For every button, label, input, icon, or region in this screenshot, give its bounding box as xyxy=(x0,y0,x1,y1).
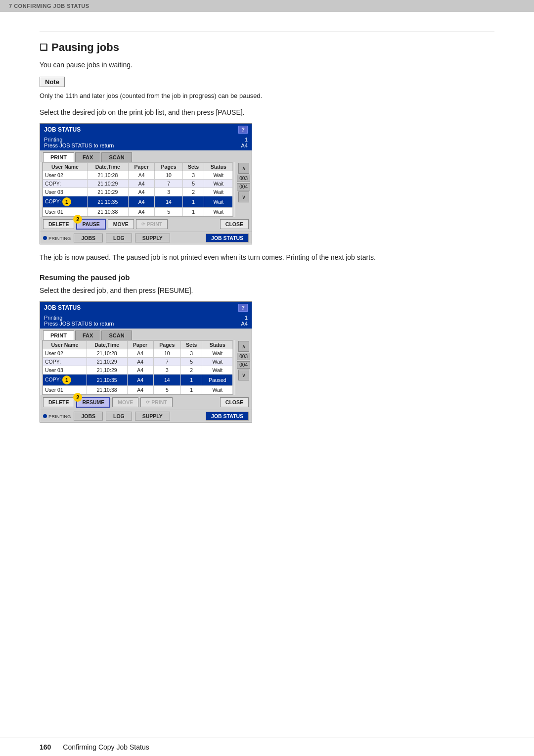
panel1-scroll-up[interactable]: ∧ xyxy=(238,163,249,174)
panel2-help-btn[interactable]: ? xyxy=(238,304,248,312)
panel1-num-004: 004 xyxy=(237,183,250,190)
table-cell: A4 xyxy=(128,196,155,208)
table-row[interactable]: User 0221,10:28A4103Wait xyxy=(43,171,233,180)
top-divider xyxy=(40,32,494,32)
panel1-printing-indicator: PRINTING xyxy=(43,236,71,241)
subsection-title: Resuming the paused job xyxy=(40,273,494,282)
table-cell: Wait xyxy=(202,349,233,358)
section-title-text: Pausing jobs xyxy=(51,41,119,54)
panel1-delete-btn[interactable]: DELETE xyxy=(43,219,74,229)
table-row[interactable]: User 0121,10:38A451Wait xyxy=(43,208,233,216)
panel1-footer-status[interactable]: JOB STATUS xyxy=(206,234,249,242)
table-cell: A4 xyxy=(128,171,155,180)
col2-paper: Paper xyxy=(127,341,153,349)
table-cell: COPY: xyxy=(43,358,87,366)
panel2-tab-print[interactable]: PRINT xyxy=(43,331,74,340)
table-cell: User 01 xyxy=(43,208,88,216)
panel2-resume-btn[interactable]: RESUME 2 xyxy=(76,397,110,408)
panel1-footer: PRINTING JOBS LOG SUPPLY JOB STATUS xyxy=(40,232,252,244)
table-row[interactable]: COPY:21,10:29A475Wait xyxy=(43,358,233,366)
table-cell: A4 xyxy=(128,208,155,216)
panel1-subheader: Printing Press JOB STATUS to return 1A4 xyxy=(40,136,252,150)
table-cell: Wait xyxy=(204,171,233,180)
table-cell: Wait xyxy=(204,188,233,196)
panel2-footer-jobs[interactable]: JOBS xyxy=(74,412,103,421)
table-cell: Paused xyxy=(202,375,233,386)
table-row[interactable]: COPY:121,10:35A4141Paused xyxy=(43,375,233,386)
panel2-footer-status[interactable]: JOB STATUS xyxy=(206,412,249,421)
table-cell: 2 xyxy=(182,188,204,196)
table-row[interactable]: User 0221,10:28A4103Wait xyxy=(43,349,233,358)
table-cell: 3 xyxy=(155,188,182,196)
instruction2: Select the desired job, and then press [… xyxy=(40,286,494,294)
table-cell: 5 xyxy=(181,358,202,366)
panel2-delete-btn[interactable]: DELETE xyxy=(43,397,74,407)
panel2-tab-fax[interactable]: FAX xyxy=(75,331,100,340)
page-number: 160 xyxy=(40,743,51,751)
panel2-scroll-down[interactable]: ∨ xyxy=(238,370,249,380)
panel1-table-wrapper: User Name Date,Time Paper Pages Sets Sta… xyxy=(40,162,235,217)
panel2-tab-scan[interactable]: SCAN xyxy=(101,331,132,340)
table-cell: 21,10:28 xyxy=(87,349,127,358)
table-cell: 7 xyxy=(155,180,182,188)
panel2-footer-log[interactable]: LOG xyxy=(106,412,132,421)
table-cell: 3 xyxy=(181,349,202,358)
panel1-scroll-down[interactable]: ∨ xyxy=(238,191,249,202)
table-cell: A4 xyxy=(128,188,155,196)
panel2-sub2: Press JOB STATUS to return xyxy=(44,321,114,327)
panel1-move-btn[interactable]: MOVE xyxy=(108,219,134,229)
table-row[interactable]: User 0121,10:38A451Wait xyxy=(43,386,233,394)
panel1-num-003: 003 xyxy=(237,175,250,182)
note-label: Note xyxy=(45,78,59,86)
panel1-pause-btn[interactable]: PAUSE 2 xyxy=(76,219,105,230)
panel2-title: JOB STATUS xyxy=(44,304,81,311)
table-row[interactable]: User 0321,10:29A432Wait xyxy=(43,188,233,196)
table-cell: Wait xyxy=(204,208,233,216)
body-text: The job is now paused. The paused job is… xyxy=(40,253,494,261)
panel2-close-btn[interactable]: CLOSE xyxy=(220,397,249,407)
panel2-right-side: ∧ 003 004 ∨ xyxy=(235,340,252,395)
table-cell: 21,10:29 xyxy=(87,358,127,366)
table-cell: 5 xyxy=(155,208,182,216)
table-cell: User 02 xyxy=(43,171,88,180)
table-cell: COPY:1 xyxy=(43,375,87,386)
table-cell: 21,10:35 xyxy=(87,196,128,208)
table-cell: 10 xyxy=(153,349,180,358)
table-cell: User 03 xyxy=(43,366,87,375)
table-cell: 14 xyxy=(155,196,182,208)
panel1-tab-print[interactable]: PRINT xyxy=(43,152,74,162)
panel2-scroll-up[interactable]: ∧ xyxy=(238,341,249,352)
table-cell: 14 xyxy=(153,375,180,386)
col-status: Status xyxy=(204,163,233,171)
table-cell: COPY:1 xyxy=(43,196,88,208)
table-row[interactable]: User 0321,10:29A432Wait xyxy=(43,366,233,375)
table-cell: 7 xyxy=(153,358,180,366)
step1-badge: 1 xyxy=(62,376,71,384)
panel1-help-btn[interactable]: ? xyxy=(238,126,248,134)
panel1-tab-scan[interactable]: SCAN xyxy=(101,152,132,162)
panel2-footer-supply[interactable]: SUPPLY xyxy=(135,412,170,421)
panel2-printing-text: PRINTING xyxy=(48,414,71,419)
panel2-table-container: User Name Date,Time Paper Pages Sets Sta… xyxy=(42,340,233,395)
panel1-footer-log[interactable]: LOG xyxy=(106,234,132,242)
table-row[interactable]: COPY:21,10:29A475Wait xyxy=(43,180,233,188)
panel2-move-btn: MOVE xyxy=(112,397,138,407)
table-cell: 3 xyxy=(182,171,204,180)
panel2-sub-left: Printing Press JOB STATUS to return xyxy=(44,315,114,327)
panel1-tab-fax[interactable]: FAX xyxy=(75,152,100,162)
panel1-page-info: 1A4 xyxy=(241,137,248,148)
panel1-footer-jobs[interactable]: JOBS xyxy=(74,234,103,242)
panel2-printing-dot xyxy=(43,414,47,418)
table-row[interactable]: COPY:121,10:35A4141Wait xyxy=(43,196,233,208)
panel1-close-btn[interactable]: CLOSE xyxy=(220,219,249,229)
panel2-print-btn: ⟳ PRINT xyxy=(140,397,173,407)
section-title: Pausing jobs xyxy=(40,41,494,54)
panel1-tabs: PRINT FAX SCAN xyxy=(40,150,252,162)
panel1-right-side: ∧ 003 004 ∨ xyxy=(235,162,252,217)
step1-badge: 1 xyxy=(62,197,71,206)
panel2-num-003: 003 xyxy=(237,353,250,360)
panel1-footer-supply[interactable]: SUPPLY xyxy=(135,234,170,242)
panel1-printing-text: PRINTING xyxy=(48,236,71,241)
table-cell: User 01 xyxy=(43,386,87,394)
panel1-table: User Name Date,Time Paper Pages Sets Sta… xyxy=(43,162,233,216)
